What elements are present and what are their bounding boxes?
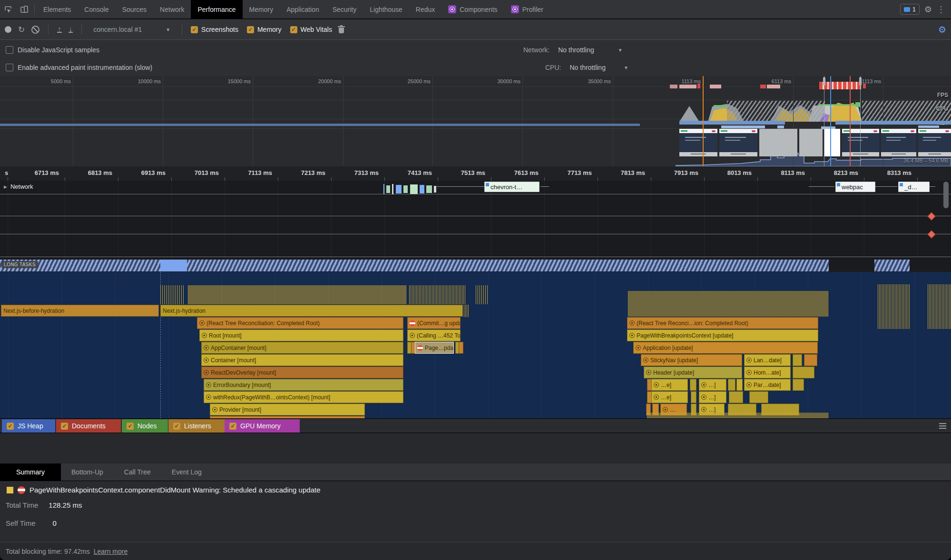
timing-marker[interactable] bbox=[928, 212, 936, 221]
flame-bar[interactable]: Next.js-before-hydration bbox=[1, 305, 159, 317]
timeline-overview[interactable]: 5000 ms10000 ms15000 ms20000 ms25000 ms3… bbox=[0, 76, 951, 167]
flame-bar[interactable]: ReactDevOverlay [mount] bbox=[201, 367, 403, 378]
detail-time-ruler[interactable]: s6713 ms6813 ms6913 ms7013 ms7113 ms7213… bbox=[0, 166, 951, 181]
network-request-label[interactable]: chevron-t… bbox=[484, 182, 539, 192]
tab-lighthouse[interactable]: Lighthouse bbox=[363, 0, 409, 19]
tab-network[interactable]: Network bbox=[153, 0, 191, 19]
disable-js-samples-checkbox[interactable] bbox=[6, 46, 13, 54]
flame-bar[interactable]: Lan…date] bbox=[744, 354, 791, 366]
flame-bar[interactable]: (React Tree Reconci…ion: Completed Root) bbox=[627, 317, 818, 329]
counter-toggle-nodes[interactable]: ✓Nodes bbox=[122, 419, 168, 433]
filmstrip-frame[interactable] bbox=[719, 129, 757, 156]
flame-bar[interactable]: withRedux(PageWithB…ointsContext) [mount… bbox=[204, 391, 403, 403]
flame-bar[interactable]: Par…date] bbox=[744, 379, 791, 391]
network-request-bar[interactable] bbox=[403, 185, 408, 193]
network-request-bar[interactable] bbox=[434, 186, 436, 193]
tab-summary[interactable]: Summary bbox=[0, 463, 61, 481]
learn-more-link[interactable]: Learn more bbox=[94, 548, 128, 555]
flame-bar[interactable]: ErrorBoundary [mount] bbox=[204, 379, 403, 391]
network-track-header[interactable]: ▶ Network bbox=[4, 183, 33, 190]
network-request-bar[interactable] bbox=[420, 185, 424, 193]
flame-bar[interactable]: (Calling …452 Total) bbox=[407, 329, 461, 341]
flame-bar[interactable] bbox=[728, 379, 735, 391]
window-grip-line[interactable] bbox=[824, 76, 824, 166]
device-toolbar-icon[interactable] bbox=[16, 0, 32, 19]
flame-bar[interactable] bbox=[691, 391, 696, 403]
flame-bar[interactable] bbox=[793, 354, 802, 366]
network-request-bar[interactable] bbox=[396, 185, 402, 193]
flame-bar[interactable]: PageWithBreakpointsContext [update] bbox=[627, 329, 818, 341]
reload-and-record-icon[interactable]: ↻ bbox=[18, 26, 25, 34]
long-task-bar[interactable] bbox=[0, 260, 829, 271]
tab-elements[interactable]: Elements bbox=[37, 0, 78, 19]
filmstrip-frame[interactable] bbox=[881, 129, 916, 156]
flame-bar[interactable]: AppContainer [mount] bbox=[201, 342, 403, 354]
flame-bar[interactable]: …] bbox=[699, 391, 726, 403]
flame-bar[interactable] bbox=[793, 379, 804, 391]
filmstrip-frame[interactable] bbox=[842, 129, 879, 156]
vertical-scrollbar[interactable] bbox=[943, 182, 949, 208]
flame-bar[interactable] bbox=[459, 342, 463, 354]
network-request-bar[interactable] bbox=[392, 184, 393, 194]
filmstrip-frame[interactable] bbox=[799, 129, 823, 156]
main-thread-flame-chart[interactable]: Next.js-before-hydrationNext.js-hydratio… bbox=[0, 272, 951, 418]
checkbox-screenshots[interactable]: ✓Screenshots bbox=[191, 26, 238, 33]
flame-bar[interactable]: (React Tree Reconciliation: Completed Ro… bbox=[197, 317, 403, 329]
tab-redux[interactable]: Redux bbox=[409, 0, 441, 19]
flame-bar[interactable]: Provider [mount] bbox=[210, 404, 365, 415]
filmstrip-frame[interactable] bbox=[918, 129, 951, 156]
capture-settings-gear-icon[interactable]: ⚙ bbox=[938, 24, 946, 35]
checkbox-memory[interactable]: ✓Memory bbox=[247, 26, 282, 33]
flame-bar[interactable]: (Commit…g update bbox=[407, 317, 461, 329]
tab-call-tree[interactable]: Call Tree bbox=[114, 463, 161, 481]
filmstrip-frame[interactable] bbox=[759, 129, 797, 156]
tab-bottom-up[interactable]: Bottom-Up bbox=[61, 463, 114, 481]
timing-marker[interactable] bbox=[928, 231, 936, 239]
flame-bar[interactable]: Header [update] bbox=[644, 367, 742, 378]
filmstrip-frame[interactable] bbox=[679, 129, 717, 156]
flame-bar[interactable]: Root [mount] bbox=[199, 329, 403, 341]
tab-event-log[interactable]: Event Log bbox=[161, 463, 212, 481]
window-grip-line[interactable] bbox=[860, 76, 861, 166]
load-profile-icon[interactable]: ↑ bbox=[57, 26, 62, 33]
tab-components[interactable]: Components bbox=[441, 0, 504, 19]
tab-sources[interactable]: Sources bbox=[116, 0, 153, 19]
settings-gear-icon[interactable]: ⚙ bbox=[924, 5, 932, 14]
task-bar[interactable] bbox=[160, 260, 187, 271]
flame-bar[interactable]: Next.js-hydration bbox=[160, 305, 463, 317]
checkbox-web-vitals[interactable]: ✓Web Vitals bbox=[290, 26, 332, 33]
window-grip-handle[interactable] bbox=[859, 77, 862, 86]
tab-profiler[interactable]: Profiler bbox=[504, 0, 550, 19]
flame-bar[interactable]: Hom…ate] bbox=[744, 367, 791, 378]
flame-bar[interactable] bbox=[793, 367, 814, 378]
network-request-bar[interactable] bbox=[410, 184, 418, 194]
tab-console[interactable]: Console bbox=[78, 0, 115, 19]
counter-toggle-js-heap[interactable]: ✓JS Heap bbox=[2, 419, 55, 433]
record-button[interactable] bbox=[5, 26, 11, 33]
flame-bar[interactable]: …e] bbox=[651, 379, 688, 391]
network-request-bar[interactable] bbox=[386, 185, 390, 193]
network-request-bar[interactable] bbox=[383, 184, 384, 194]
flame-bar[interactable]: StickyNav [update] bbox=[641, 354, 742, 366]
menu-icon[interactable] bbox=[939, 425, 946, 426]
flame-bar[interactable]: Page…pdate bbox=[415, 342, 454, 354]
delete-recording-icon[interactable] bbox=[339, 28, 344, 33]
long-task-bar[interactable] bbox=[874, 260, 910, 271]
window-grip-handle[interactable] bbox=[823, 77, 825, 86]
more-menu-icon[interactable]: ⋮ bbox=[937, 5, 945, 14]
flame-bar[interactable] bbox=[690, 379, 696, 391]
tab-security[interactable]: Security bbox=[326, 0, 363, 19]
tab-application[interactable]: Application bbox=[280, 0, 326, 19]
flame-bar[interactable] bbox=[736, 379, 743, 391]
network-request-bar[interactable] bbox=[426, 185, 432, 193]
inspect-element-icon[interactable] bbox=[0, 0, 16, 19]
flame-bar[interactable]: Container [mount] bbox=[201, 354, 403, 366]
counter-toggle-listeners[interactable]: ✓Listeners bbox=[168, 419, 225, 433]
flame-bar[interactable] bbox=[749, 391, 768, 403]
save-profile-icon[interactable]: ↓ bbox=[69, 26, 73, 33]
clear-recording-icon[interactable] bbox=[31, 26, 39, 34]
cpu-throttle-select[interactable]: No throttling bbox=[569, 64, 605, 71]
flame-bar[interactable]: …] bbox=[699, 379, 726, 391]
flame-bar[interactable] bbox=[804, 354, 817, 366]
network-throttle-select[interactable]: No throttling bbox=[558, 46, 594, 54]
